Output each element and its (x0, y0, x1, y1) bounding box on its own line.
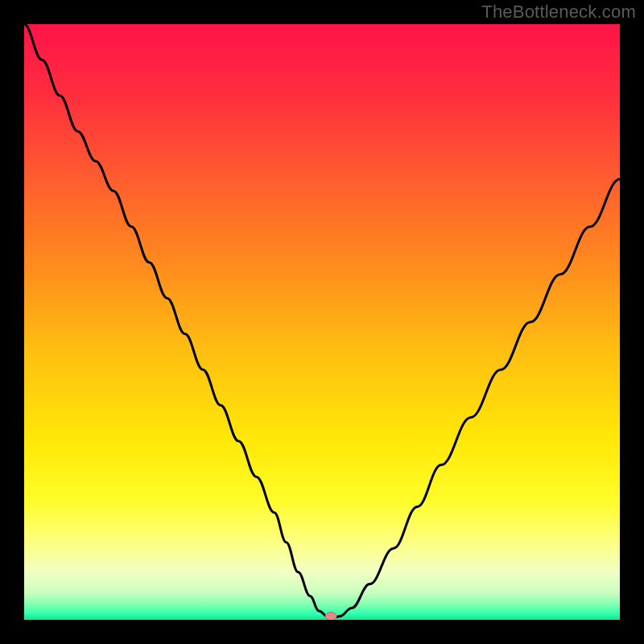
plot-area (24, 24, 620, 620)
minimum-marker (325, 613, 336, 620)
chart-svg (24, 24, 620, 620)
chart-frame: TheBottleneck.com (0, 0, 644, 644)
watermark-text: TheBottleneck.com (481, 2, 636, 23)
